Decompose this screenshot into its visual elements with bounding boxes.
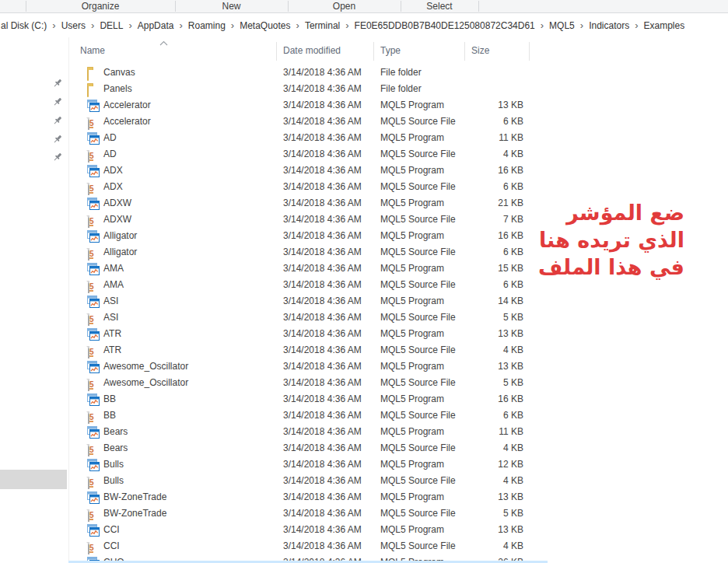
breadcrumb-item[interactable]: Roaming bbox=[187, 19, 226, 33]
file-date-modified: 3/14/2018 4:36 AM bbox=[283, 261, 362, 277]
file-type: MQL5 Source File bbox=[380, 407, 456, 424]
file-type: MQL5 Source File bbox=[380, 212, 456, 228]
file-type: File folder bbox=[380, 81, 422, 97]
file-size: 5 KB bbox=[461, 375, 523, 391]
mql5-program-icon bbox=[87, 491, 100, 504]
breadcrumb-item[interactable]: Terminal bbox=[304, 19, 341, 33]
column-divider[interactable] bbox=[373, 42, 374, 61]
chevron-right-icon[interactable]: › bbox=[174, 19, 187, 31]
breadcrumb-item[interactable]: Users bbox=[61, 19, 86, 33]
column-header-name[interactable]: Name bbox=[80, 45, 105, 56]
breadcrumb-item[interactable]: DELL bbox=[99, 19, 124, 33]
file-row[interactable]: Accelerator3/14/2018 4:36 AMMQL5 Program… bbox=[68, 97, 728, 114]
mql5-program-icon bbox=[87, 393, 100, 406]
nav-item-highlight[interactable] bbox=[0, 470, 67, 489]
file-date-modified: 3/14/2018 4:36 AM bbox=[283, 407, 362, 424]
file-row[interactable]: AD3/14/2018 4:36 AMMQL5 Program11 KB bbox=[68, 130, 728, 146]
pin-icon[interactable] bbox=[52, 78, 63, 89]
file-size: 13 KB bbox=[461, 358, 523, 375]
file-size: 5 KB bbox=[461, 309, 523, 326]
file-date-modified: 3/14/2018 4:36 AM bbox=[283, 212, 362, 228]
file-row[interactable]: BW-ZoneTrade3/14/2018 4:36 AMMQL5 Progra… bbox=[68, 489, 728, 505]
column-divider[interactable] bbox=[529, 42, 530, 61]
file-row[interactable]: Canvas3/14/2018 4:36 AMFile folder bbox=[68, 65, 728, 81]
file-name: ATR bbox=[103, 342, 275, 358]
file-size: 13 KB bbox=[461, 97, 523, 114]
chevron-right-icon[interactable]: › bbox=[226, 19, 239, 31]
pin-icon[interactable] bbox=[52, 134, 63, 145]
breadcrumb-item[interactable]: FE0E65DDB0B7B40DE125080872C34D61 bbox=[354, 19, 536, 33]
file-row[interactable]: 5Bulls3/14/2018 4:36 AMMQL5 Source File4… bbox=[68, 473, 728, 489]
file-row[interactable]: Bulls3/14/2018 4:36 AMMQL5 Program12 KB bbox=[68, 456, 728, 473]
breadcrumb-item[interactable]: Indicators bbox=[588, 19, 630, 33]
file-date-modified: 3/14/2018 4:36 AM bbox=[283, 489, 362, 505]
column-header-size[interactable]: Size bbox=[471, 45, 489, 56]
file-name: AMA bbox=[103, 277, 275, 293]
file-date-modified: 3/14/2018 4:36 AM bbox=[283, 146, 362, 163]
column-divider[interactable] bbox=[276, 42, 277, 61]
mql5-program-icon bbox=[87, 328, 100, 341]
pin-icon[interactable] bbox=[52, 152, 63, 163]
pin-icon[interactable] bbox=[52, 96, 63, 107]
file-type: MQL5 Program bbox=[380, 358, 444, 375]
file-row[interactable]: CCI3/14/2018 4:36 AMMQL5 Program13 KB bbox=[68, 522, 728, 538]
chevron-right-icon[interactable]: › bbox=[124, 19, 136, 31]
file-type: MQL5 Source File bbox=[380, 179, 456, 195]
file-type: MQL5 Source File bbox=[380, 375, 456, 391]
column-header-type[interactable]: Type bbox=[380, 45, 401, 56]
file-row[interactable]: BB3/14/2018 4:36 AMMQL5 Program16 KB bbox=[68, 391, 728, 407]
column-header-date-modified[interactable]: Date modified bbox=[283, 45, 341, 56]
breadcrumb-item[interactable]: MetaQuotes bbox=[239, 19, 291, 33]
file-type: MQL5 Program bbox=[380, 228, 444, 244]
chevron-right-icon[interactable]: › bbox=[341, 19, 353, 31]
chevron-right-icon[interactable]: › bbox=[536, 19, 548, 31]
file-date-modified: 3/14/2018 4:36 AM bbox=[283, 473, 362, 489]
file-row[interactable]: ADX3/14/2018 4:36 AMMQL5 Program16 KB bbox=[68, 163, 728, 179]
mql5-source-file-icon: 5 bbox=[87, 344, 100, 357]
file-row[interactable]: 5Accelerator3/14/2018 4:36 AMMQL5 Source… bbox=[68, 114, 728, 130]
file-type: MQL5 Source File bbox=[380, 309, 456, 326]
ribbon-group-bar: Organize New Open Select bbox=[0, 0, 728, 13]
chevron-up-icon[interactable] bbox=[159, 37, 168, 48]
column-headers: Name Date modified Type Size bbox=[68, 37, 728, 65]
chevron-right-icon[interactable]: › bbox=[292, 19, 304, 31]
chevron-right-icon[interactable]: › bbox=[86, 19, 99, 31]
ribbon-group-select: Select bbox=[401, 0, 478, 12]
file-row[interactable]: 5Awesome_Oscillator3/14/2018 4:36 AMMQL5… bbox=[68, 375, 728, 391]
file-type: MQL5 Source File bbox=[380, 440, 456, 456]
mql5-program-icon bbox=[87, 295, 100, 308]
breadcrumb-item[interactable]: AppData bbox=[137, 19, 175, 33]
breadcrumb-item[interactable]: Examples bbox=[643, 19, 686, 33]
file-date-modified: 3/14/2018 4:36 AM bbox=[283, 505, 362, 522]
file-row[interactable]: 5CCI3/14/2018 4:36 AMMQL5 Source File4 K… bbox=[68, 538, 728, 554]
file-row[interactable]: ASI3/14/2018 4:36 AMMQL5 Program14 KB bbox=[68, 293, 728, 309]
column-divider[interactable] bbox=[464, 42, 465, 61]
file-row[interactable]: Panels3/14/2018 4:36 AMFile folder bbox=[68, 81, 728, 97]
file-row[interactable]: 5ASI3/14/2018 4:36 AMMQL5 Source File5 K… bbox=[68, 309, 728, 326]
file-size: 4 KB bbox=[461, 146, 523, 163]
file-date-modified: 3/14/2018 4:36 AM bbox=[283, 195, 362, 212]
mql5-source-file-icon: 5 bbox=[87, 181, 100, 194]
chevron-right-icon[interactable]: › bbox=[630, 19, 642, 31]
file-row[interactable]: 5BW-ZoneTrade3/14/2018 4:36 AMMQL5 Sourc… bbox=[68, 505, 728, 522]
file-type: MQL5 Source File bbox=[380, 277, 456, 293]
file-row[interactable]: Bears3/14/2018 4:36 AMMQL5 Program11 KB bbox=[68, 424, 728, 440]
file-row[interactable]: 5ATR3/14/2018 4:36 AMMQL5 Source File4 K… bbox=[68, 342, 728, 358]
file-date-modified: 3/14/2018 4:36 AM bbox=[283, 97, 362, 114]
chevron-right-icon[interactable]: › bbox=[576, 19, 588, 31]
pin-icon[interactable] bbox=[52, 115, 63, 126]
file-name: Bears bbox=[103, 440, 275, 456]
file-row[interactable]: 5Bears3/14/2018 4:36 AMMQL5 Source File4… bbox=[68, 440, 728, 456]
file-row[interactable]: 5ADX3/14/2018 4:36 AMMQL5 Source File6 K… bbox=[68, 179, 728, 195]
file-row[interactable]: ATR3/14/2018 4:36 AMMQL5 Program13 KB bbox=[68, 326, 728, 342]
file-row[interactable]: 5BB3/14/2018 4:36 AMMQL5 Source File6 KB bbox=[68, 407, 728, 424]
breadcrumb-item[interactable]: MQL5 bbox=[548, 19, 576, 33]
file-row[interactable]: 5AD3/14/2018 4:36 AMMQL5 Source File4 KB bbox=[68, 146, 728, 163]
file-row[interactable]: Awesome_Oscillator3/14/2018 4:36 AMMQL5 … bbox=[68, 358, 728, 375]
breadcrumb-item[interactable]: al Disk (C:) bbox=[0, 19, 47, 33]
mql5-program-icon bbox=[87, 230, 100, 243]
chevron-right-icon[interactable]: › bbox=[47, 19, 60, 31]
ribbon-group-open: Open bbox=[288, 0, 401, 12]
annotation-line: ضع المؤشر bbox=[504, 199, 684, 226]
file-size: 12 KB bbox=[461, 456, 523, 473]
